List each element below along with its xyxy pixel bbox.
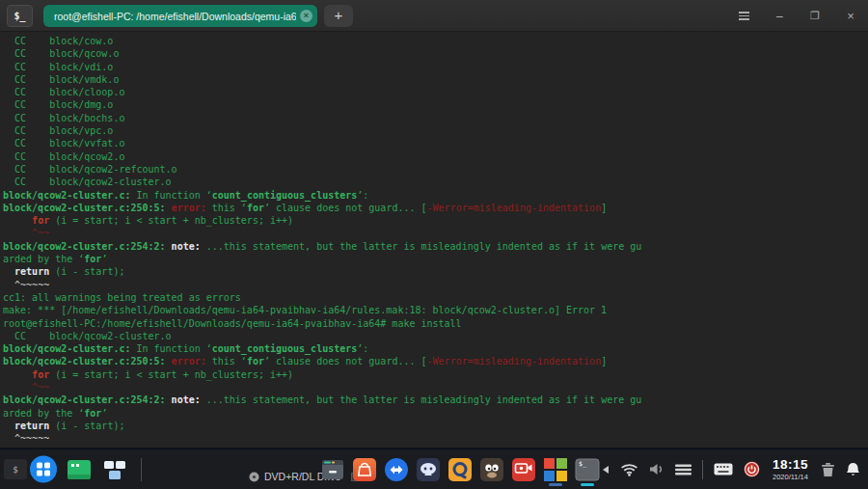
notification-bell-icon[interactable] [846, 462, 860, 477]
terminal-tabbar: $_ root@efishell-PC: /home/efishell/Down… [0, 0, 868, 32]
trash-icon[interactable] [821, 462, 835, 477]
terminal-line: ^~~ [3, 381, 868, 394]
launcher-icon[interactable] [29, 453, 58, 486]
terminal-line: return (i - start); [3, 420, 868, 432]
maximize-icon[interactable]: ❐ [807, 10, 823, 22]
terminal-line: arded by the ‘for’ [3, 253, 868, 265]
collapse-tray-icon[interactable] [602, 465, 610, 475]
terminal-line: return (i - start); [3, 265, 868, 278]
minimize-icon[interactable]: − [772, 9, 787, 24]
microsoft-app-icon[interactable] [541, 453, 570, 486]
dock-app-group: $_ [318, 449, 602, 489]
chat-icon[interactable] [414, 453, 443, 486]
tab-close-icon[interactable]: × [300, 10, 312, 22]
system-tray: 18:152020/11/14 [602, 449, 860, 489]
terminal-output[interactable]: CC block/cow.o CC block/qcow.o CC block/… [0, 33, 868, 448]
dock-separator [141, 458, 142, 481]
volume-icon[interactable] [649, 463, 665, 475]
editor-icon[interactable] [446, 453, 475, 486]
dock-left-group [29, 449, 147, 489]
screen-recorder-icon[interactable] [509, 453, 538, 486]
terminal-line: ^~~ [3, 227, 868, 239]
terminal-line: CC block/vmdk.o [3, 73, 868, 86]
active-tab[interactable]: root@efishell-PC: /home/efishell/Downloa… [43, 5, 317, 27]
terminal-line: arded by the ‘for’ [3, 407, 868, 420]
terminal-line: block/qcow2-cluster.c:250:5: error: this… [3, 202, 868, 214]
terminal-line: CC block/bochs.o [3, 112, 868, 124]
terminal-line: ^~~~~~ [3, 279, 868, 291]
svg-text:$_: $_ [579, 460, 586, 468]
terminal-line: root@efishell-PC:/home/efishell/Download… [3, 317, 868, 330]
terminal-line: CC block/vdi.o [3, 61, 868, 73]
desktop-terminal-shortcut[interactable]: $ [4, 459, 27, 479]
terminal-line: CC block/cow.o [3, 35, 868, 47]
terminal-line: CC block/qcow2-cluster.o [3, 330, 868, 342]
dock: $ DVD+R/DL Drive $_ 18:152020/11/14 [0, 449, 868, 489]
terminal-line: block/qcow2-cluster.c:254:2: note: ...th… [3, 394, 868, 406]
running-indicator [549, 483, 562, 486]
gimp-icon[interactable] [477, 453, 506, 486]
input-method-icon[interactable] [675, 464, 692, 475]
terminal-line: CC block/vvfat.o [3, 137, 868, 149]
power-indicator-icon[interactable] [744, 461, 760, 477]
wifi-icon[interactable] [620, 463, 638, 476]
terminal-line: CC block/cloop.o [3, 86, 868, 98]
terminal-line: CC block/qcow2.o [3, 150, 868, 163]
terminal-line: block/qcow2-cluster.c:250:5: error: this… [3, 355, 868, 367]
running-indicator [581, 483, 594, 486]
terminal-line: block/qcow2-cluster.c: In function ‘coun… [3, 342, 868, 355]
keyboard-layout-icon[interactable] [714, 463, 733, 475]
app-store-icon[interactable] [350, 453, 379, 486]
file-manager-icon[interactable] [318, 453, 347, 486]
clock[interactable]: 18:152020/11/14 [773, 458, 808, 480]
terminal-line: cc1: all warnings being treated as error… [3, 291, 868, 304]
terminal-app-icon: $_ [7, 5, 33, 27]
terminal-line: ^~~~~~ [3, 432, 868, 445]
terminal-line: for (i = start; i < start + nb_clusters;… [3, 368, 868, 381]
dvd-disc-icon [249, 472, 259, 482]
new-tab-button[interactable]: + [324, 5, 353, 27]
clock-time: 18:15 [773, 458, 808, 472]
terminal-line: CC block/qcow.o [3, 47, 868, 60]
terminal-window: $_ root@efishell-PC: /home/efishell/Down… [0, 0, 868, 448]
tray-separator [702, 460, 703, 479]
clock-date: 2020/11/14 [773, 474, 808, 481]
terminal-line: block/qcow2-cluster.c:254:2: note: ...th… [3, 240, 868, 253]
system-monitor-icon[interactable] [65, 453, 94, 486]
terminal-line: block/qcow2-cluster.c: In function ‘coun… [3, 189, 868, 202]
teamviewer-icon[interactable] [382, 453, 411, 486]
terminal-line: make: *** [/home/efishell/Downloads/qemu… [3, 304, 868, 316]
terminal-line: CC block/qcow2-cluster.o [3, 176, 868, 188]
close-icon[interactable]: × [843, 9, 858, 23]
multitasking-view-icon[interactable] [100, 453, 129, 486]
terminal-line: CC block/vpc.o [3, 124, 868, 137]
terminal-line: CC block/dmg.o [3, 98, 868, 111]
tab-title: root@efishell-PC: /home/efishell/Downloa… [54, 11, 296, 22]
terminal-icon[interactable]: $_ [573, 453, 602, 486]
terminal-line: CC block/qcow2-refcount.o [3, 163, 868, 176]
menu-icon[interactable] [736, 10, 751, 22]
terminal-line: for (i = start; i < start + nb_clusters;… [3, 214, 868, 227]
window-controls: − ❐ × [736, 0, 858, 32]
